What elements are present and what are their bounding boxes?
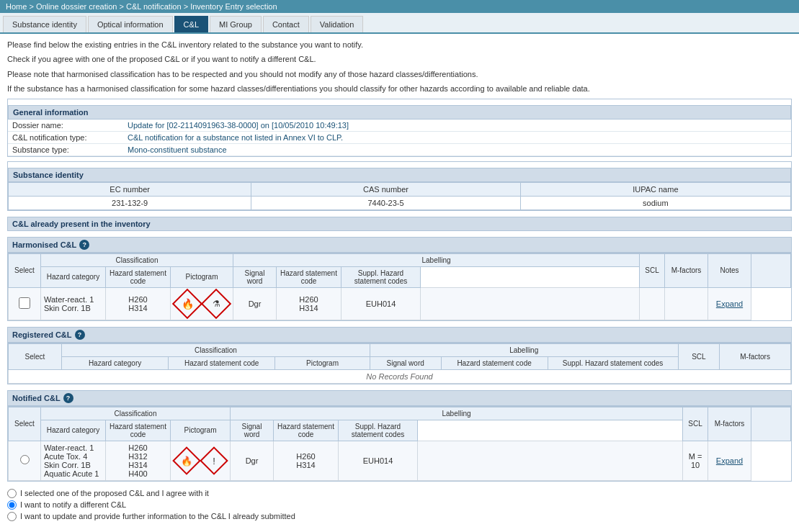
h-row-signal: Dgr: [233, 287, 277, 320]
radio-proposed-cal[interactable]: [7, 489, 17, 498]
cal-type-value: C&L notification for a substance not lis…: [123, 131, 791, 143]
h-pictogram-header: Pictogram: [171, 266, 233, 287]
r-classification-group-header: Classification: [62, 343, 370, 356]
h-labelling-group-header: Labelling: [233, 253, 640, 266]
r-no-records: No Records Found: [9, 369, 791, 383]
r-pictogram-header: Pictogram: [275, 356, 370, 369]
harmonised-cal-help-icon[interactable]: ?: [79, 240, 89, 250]
n-scl-header: SCL: [683, 407, 708, 441]
n-row-hsc: H260 H312 H314 H400: [106, 441, 171, 480]
n-action-header: [751, 407, 791, 441]
registered-cal-help-icon[interactable]: ?: [75, 330, 85, 340]
corrosion-pictogram: ⚗: [201, 288, 231, 318]
substance-identity-table: EC number CAS number IUPAC name 231-132-…: [8, 182, 791, 210]
r-lab-hsc-header: Hazard statement code: [441, 356, 548, 369]
dossier-name-row: Dossier name: Update for [02-2114091963-…: [8, 120, 791, 132]
info-line-3: Please note that harmonised classificati…: [7, 69, 792, 80]
n-row-haz-cat: Water-react. 1 Acute Tox. 4 Skin Corr. 1…: [41, 441, 106, 480]
h-mfactors-header: M-factors: [665, 253, 708, 287]
radio-option-1: I selected one of the proposed C&L and I…: [7, 489, 792, 498]
breadcrumb-dossier[interactable]: Online dossier creation: [36, 2, 117, 11]
n-pictogram-header: Pictogram: [171, 420, 231, 441]
h-row-pictogram: 🔥 ⚗: [171, 287, 233, 320]
r-labelling-group-header: Labelling: [370, 343, 678, 356]
radio-proposed-cal-label: I selected one of the proposed C&L and I…: [20, 489, 209, 497]
n-excl-icon: !: [213, 455, 215, 466]
r-select-header: Select: [9, 343, 62, 369]
h-row-checkbox[interactable]: [19, 297, 30, 309]
tab-cal[interactable]: C&L: [174, 16, 208, 32]
tab-optical-information[interactable]: Optical information: [88, 16, 173, 32]
cal-type-label: C&L notification type:: [8, 131, 123, 143]
ec-number-header: EC number: [9, 182, 251, 196]
breadcrumb-current: Inventory Entry selection: [190, 2, 277, 11]
h-action-header: [751, 253, 791, 287]
breadcrumb-cal[interactable]: C&L notification: [126, 2, 182, 11]
radio-update-cal[interactable]: [7, 512, 17, 521]
n-row-expand[interactable]: Expand: [708, 441, 751, 480]
notified-cal-table-wrapper: Select Classification Labelling SCL M-fa…: [7, 406, 792, 482]
substance-identity-row: 231-132-9 7440-23-5 sodium: [9, 196, 791, 209]
table-row: Water-react. 1 Acute Tox. 4 Skin Corr. 1…: [9, 441, 791, 480]
general-info-section: General information Dossier name: Update…: [7, 99, 792, 157]
n-row-lab-codes: H260 H314: [274, 441, 339, 480]
tab-bar: Substance identity Optical information C…: [0, 13, 799, 34]
n-row-signal: Dgr: [231, 441, 274, 480]
radio-option-3: I want to update and provide further inf…: [7, 512, 792, 521]
radio-different-cal-label: I want to notify a different C&L: [20, 500, 126, 509]
substance-type-value: Mono-constituent substance: [123, 143, 791, 155]
harmonised-cal-section: Harmonised C&L ? Select Classification L…: [7, 237, 792, 321]
notified-cal-section: Notified C&L ? Select Classification Lab…: [7, 390, 792, 482]
n-haz-cat-header: Hazard category: [41, 420, 106, 441]
breadcrumb-home[interactable]: Home: [6, 2, 27, 11]
radio-option-2: I want to notify a different C&L: [7, 500, 792, 510]
registered-cal-header: Registered C&L ?: [7, 327, 792, 343]
general-info-table: Dossier name: Update for [02-2114091963-…: [8, 120, 791, 156]
n-mfactors-header: M-factors: [708, 407, 751, 441]
tab-validation[interactable]: Validation: [311, 16, 364, 32]
info-line-2: Check if you agree with one of the propo…: [7, 54, 792, 65]
registered-cal-section: Registered C&L ? Select Classification L…: [7, 327, 792, 384]
n-row-suppl: EUH014: [339, 441, 418, 480]
n-row-select[interactable]: [9, 441, 41, 480]
h-suppl-header: Suppl. Hazard statement codes: [342, 266, 421, 287]
n-expand-link[interactable]: Expand: [716, 456, 743, 465]
n-signal-header: Signal word: [231, 420, 274, 441]
n-pictogram-group: 🔥 !: [174, 448, 227, 474]
radio-different-cal[interactable]: [7, 500, 17, 510]
notified-cal-title: Notified C&L: [12, 394, 61, 402]
h-scl-header: SCL: [640, 253, 665, 287]
h-haz-cat-header: Hazard category: [41, 266, 106, 287]
cas-number-value: 7440-23-5: [251, 196, 520, 209]
h-hsc-header: Hazard statement code: [106, 266, 171, 287]
r-haz-cat-header: Hazard category: [62, 356, 169, 369]
cal-present-header: C&L already present in the inventory: [7, 217, 792, 231]
h-row-expand[interactable]: Expand: [708, 287, 751, 320]
h-expand-link[interactable]: Expand: [716, 299, 743, 308]
dossier-name-label: Dossier name:: [8, 120, 123, 132]
radio-options-section: I selected one of the proposed C&L and I…: [7, 489, 792, 521]
main-content: Please find below the existing entries i…: [0, 34, 799, 529]
registered-cal-table: Select Classification Labelling SCL M-fa…: [8, 343, 791, 384]
info-line-4: If the substance has a harmonised classi…: [7, 84, 792, 94]
harmonised-cal-title: Harmonised C&L: [12, 240, 76, 249]
iupac-name-header: IUPAC name: [520, 182, 790, 196]
tab-substance-identity[interactable]: Substance identity: [3, 16, 86, 32]
registered-cal-table-wrapper: Select Classification Labelling SCL M-fa…: [7, 343, 792, 384]
h-row-select[interactable]: [9, 287, 41, 320]
n-row-scl: [418, 441, 683, 480]
harmonised-cal-table-wrapper: Select Classification Labelling SCL M-fa…: [7, 253, 792, 321]
tab-contact[interactable]: Contact: [263, 16, 309, 32]
n-row-radio[interactable]: [20, 455, 30, 464]
cas-number-header: CAS number: [251, 182, 520, 196]
corrosion-icon: ⚗: [213, 299, 220, 309]
n-excl-pictogram: !: [200, 446, 228, 475]
n-row-pictogram: 🔥 !: [171, 441, 231, 480]
substance-identity-header: Substance identity: [8, 168, 791, 182]
tab-mi-group[interactable]: MI Group: [210, 16, 262, 32]
notified-cal-help-icon[interactable]: ?: [63, 393, 73, 403]
h-row-hsc: H260 H314: [106, 287, 171, 320]
h-row-mfactors: [640, 287, 665, 320]
n-suppl-header: Suppl. Hazard statement codes: [339, 420, 418, 441]
info-line-1: Please find below the existing entries i…: [7, 40, 792, 50]
